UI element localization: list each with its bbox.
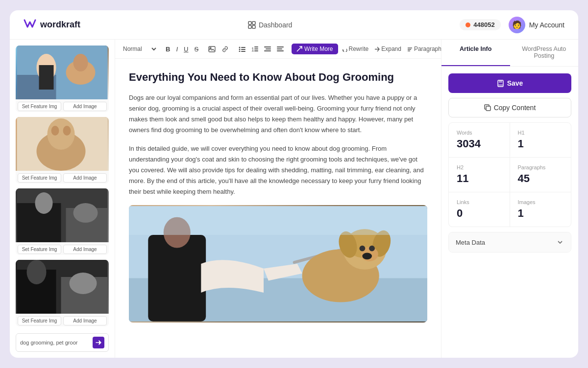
credits-value: 448052 bbox=[473, 21, 494, 28]
image-card-2: Set Feature Img Add Image bbox=[16, 117, 109, 184]
svg-rect-30 bbox=[241, 47, 245, 48]
svg-point-24 bbox=[70, 273, 97, 294]
write-more-button[interactable]: Write More bbox=[292, 44, 338, 54]
rewrite-label: Rewrite bbox=[349, 46, 369, 52]
save-label: Save bbox=[507, 79, 523, 87]
image-preview-4 bbox=[16, 260, 109, 314]
italic-button[interactable]: I bbox=[174, 45, 180, 54]
image-preview-3 bbox=[16, 188, 109, 242]
svg-rect-1 bbox=[252, 22, 255, 24]
stat-h2: H2 11 bbox=[449, 158, 510, 192]
links-value: 0 bbox=[457, 207, 502, 220]
add-image-1[interactable]: Add Image bbox=[63, 102, 107, 111]
image-card-4: Set Feature Img Add Image bbox=[16, 260, 109, 326]
image-actions-1: Set Feature Img Add Image bbox=[16, 99, 109, 112]
h2-value: 11 bbox=[457, 172, 502, 185]
h1-value: 1 bbox=[518, 138, 564, 150]
copy-content-button[interactable]: Copy Content bbox=[448, 98, 571, 117]
svg-point-55 bbox=[369, 246, 375, 252]
panel-tabs: Article Info WordPress Auto Posting bbox=[441, 40, 578, 67]
image-preview-1 bbox=[16, 46, 109, 99]
svg-rect-0 bbox=[248, 22, 251, 24]
set-feature-img-2[interactable]: Set Feature Img bbox=[18, 173, 61, 183]
article-title: Everything You Need to Know About Dog Gr… bbox=[129, 70, 427, 85]
svg-rect-36 bbox=[254, 50, 258, 51]
strikethrough-button[interactable]: S bbox=[192, 45, 200, 54]
svg-rect-32 bbox=[241, 51, 245, 52]
svg-point-54 bbox=[360, 246, 366, 252]
svg-point-56 bbox=[362, 253, 372, 260]
expand-button[interactable]: Expand bbox=[372, 45, 403, 53]
svg-point-27 bbox=[239, 47, 241, 48]
words-label: Words bbox=[457, 130, 502, 136]
underline-button[interactable]: U bbox=[182, 45, 190, 54]
stat-images: Images 1 bbox=[510, 192, 571, 227]
stat-h1: H1 1 bbox=[510, 123, 571, 158]
article-paragraph-1: Dogs are our loyal companions and form a… bbox=[129, 92, 427, 136]
svg-rect-41 bbox=[277, 48, 282, 49]
svg-point-13 bbox=[51, 126, 59, 136]
account-button[interactable]: 🧑 My Account bbox=[509, 17, 564, 33]
meta-data-toggle[interactable]: Meta Data bbox=[449, 232, 571, 252]
tags-input[interactable] bbox=[20, 340, 90, 345]
credits-badge: 448052 bbox=[460, 19, 500, 30]
svg-rect-40 bbox=[277, 46, 284, 47]
editor-content[interactable]: Everything You Need to Know About Dog Gr… bbox=[115, 59, 441, 358]
svg-point-14 bbox=[63, 126, 71, 136]
svg-rect-3 bbox=[252, 25, 255, 28]
add-image-3[interactable]: Add Image bbox=[63, 245, 107, 254]
svg-point-22 bbox=[27, 260, 47, 284]
indent-right-button[interactable] bbox=[275, 45, 286, 53]
set-feature-img-4[interactable]: Set Feature Img bbox=[18, 316, 61, 325]
write-more-label: Write More bbox=[304, 46, 333, 52]
rewrite-button[interactable]: Rewrite bbox=[340, 45, 371, 53]
stat-words: Words 3034 bbox=[449, 123, 510, 158]
meta-data-section: Meta Data bbox=[448, 232, 571, 253]
article-paragraph-2: In this detailed guide, we will cover ev… bbox=[129, 143, 427, 197]
svg-rect-57 bbox=[129, 207, 427, 235]
set-feature-img-3[interactable]: Set Feature Img bbox=[18, 245, 61, 254]
stats-grid: Words 3034 H1 1 H2 11 Paragraphs 45 bbox=[448, 122, 571, 227]
svg-rect-7 bbox=[39, 65, 54, 90]
h1-label: H1 bbox=[518, 130, 564, 136]
tags-send-button[interactable] bbox=[93, 337, 104, 348]
header-right: 448052 🧑 My Account bbox=[460, 17, 564, 33]
svg-point-28 bbox=[239, 49, 241, 50]
svg-rect-37 bbox=[264, 46, 271, 47]
svg-rect-2 bbox=[248, 25, 251, 28]
svg-point-19 bbox=[74, 203, 98, 223]
stat-paragraphs: Paragraphs 45 bbox=[510, 158, 571, 192]
links-label: Links bbox=[457, 199, 502, 205]
image-preview-2 bbox=[16, 117, 109, 171]
paragraph-button[interactable]: Paragraph bbox=[405, 45, 441, 53]
link-button[interactable] bbox=[220, 45, 231, 53]
tab-article-info[interactable]: Article Info bbox=[441, 40, 510, 66]
tab-wordpress[interactable]: WordPress Auto Posting bbox=[510, 40, 579, 66]
list-ol-button[interactable]: 1. bbox=[249, 45, 260, 53]
save-button[interactable]: Save bbox=[448, 73, 571, 93]
main-layout: Set Feature Img Add Image Set Featu bbox=[10, 40, 578, 358]
svg-rect-61 bbox=[486, 106, 490, 111]
svg-rect-35 bbox=[254, 48, 258, 49]
add-image-4[interactable]: Add Image bbox=[63, 316, 107, 325]
words-value: 3034 bbox=[457, 138, 502, 150]
logo-text: wordkraft bbox=[40, 20, 80, 30]
svg-rect-39 bbox=[264, 50, 271, 51]
format-select[interactable]: Normal Heading 1 Heading 2 bbox=[121, 45, 158, 53]
images-value: 1 bbox=[518, 207, 564, 220]
indent-left-button[interactable] bbox=[262, 45, 273, 53]
image-button[interactable] bbox=[206, 45, 218, 53]
svg-rect-60 bbox=[498, 84, 503, 86]
svg-rect-59 bbox=[499, 80, 502, 83]
svg-rect-42 bbox=[277, 50, 284, 51]
svg-rect-34 bbox=[254, 46, 258, 47]
list-ul-button[interactable] bbox=[237, 45, 247, 53]
image-card-1: Set Feature Img Add Image bbox=[16, 46, 109, 112]
add-image-2[interactable]: Add Image bbox=[63, 173, 107, 183]
meta-data-label: Meta Data bbox=[456, 239, 485, 246]
svg-rect-31 bbox=[241, 49, 245, 50]
nav-dashboard[interactable]: Dashboard bbox=[248, 21, 293, 29]
svg-point-17 bbox=[35, 192, 53, 214]
bold-button[interactable]: B bbox=[164, 45, 172, 54]
set-feature-img-1[interactable]: Set Feature Img bbox=[18, 102, 61, 111]
